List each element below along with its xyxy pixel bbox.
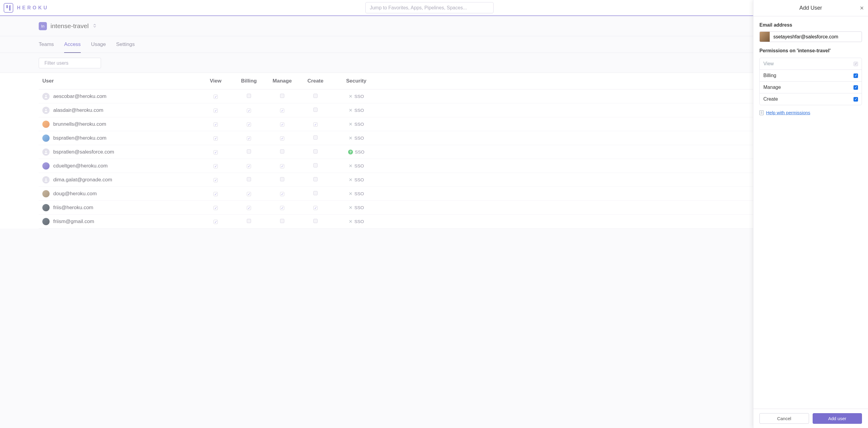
- perm-checkbox-manage[interactable]: ✓: [280, 192, 284, 196]
- perm-checkbox-manage[interactable]: [280, 94, 284, 98]
- perm-item[interactable]: Manage✓: [760, 81, 862, 93]
- perm-checkbox-billing[interactable]: [247, 219, 251, 223]
- user-email: friis@heroku.com: [53, 205, 93, 211]
- avatar: [42, 134, 50, 142]
- perm-checkbox: ✓: [854, 62, 858, 66]
- perm-checkbox-manage[interactable]: ✓: [280, 123, 284, 127]
- sso-label: SSO: [355, 149, 365, 155]
- perm-checkbox-view[interactable]: ✓: [214, 95, 218, 99]
- perm-item[interactable]: Billing✓: [760, 70, 862, 81]
- perm-checkbox-create[interactable]: [313, 163, 317, 167]
- perm-checkbox-create[interactable]: [313, 219, 317, 223]
- col-user: User: [39, 78, 199, 84]
- sso-status: ✕SSO: [332, 108, 380, 113]
- help-icon: ?: [348, 150, 353, 155]
- close-icon[interactable]: ×: [860, 5, 864, 11]
- perm-checkbox-billing[interactable]: [247, 94, 251, 98]
- perm-checkbox-view[interactable]: ✓: [214, 220, 218, 224]
- perm-checkbox-billing[interactable]: ✓: [247, 123, 251, 127]
- perm-checkbox-create[interactable]: ✓: [313, 123, 317, 127]
- perm-checkbox-billing[interactable]: ✓: [247, 192, 251, 196]
- perm-checkbox-billing[interactable]: ✓: [247, 164, 251, 168]
- perm-checkbox-create[interactable]: [313, 177, 317, 182]
- perm-checkbox-create[interactable]: [313, 135, 317, 140]
- perm-checkbox-view[interactable]: ✓: [214, 123, 218, 127]
- add-user-button[interactable]: Add user: [813, 413, 862, 424]
- perm-checkbox[interactable]: ✓: [854, 85, 858, 90]
- x-icon: ✕: [349, 135, 353, 141]
- table-row[interactable]: brunnells@heroku.com✓✓✓✓✕SSO: [39, 117, 829, 131]
- perm-checkbox-view[interactable]: ✓: [214, 206, 218, 210]
- email-label: Email address: [760, 22, 862, 28]
- perm-checkbox-view[interactable]: ✓: [214, 164, 218, 168]
- help-link[interactable]: Help with permissions: [766, 110, 810, 115]
- perm-checkbox-manage[interactable]: [280, 149, 284, 154]
- perm-checkbox-billing[interactable]: ✓: [247, 206, 251, 210]
- perm-checkbox-manage[interactable]: [280, 219, 284, 223]
- perm-checkbox-billing[interactable]: [247, 149, 251, 154]
- table-row[interactable]: friis@heroku.com✓✓✓✓✕SSO: [39, 201, 829, 215]
- perm-checkbox-view[interactable]: ✓: [214, 136, 218, 140]
- tab-usage[interactable]: Usage: [91, 37, 106, 52]
- perm-checkbox-view[interactable]: ✓: [214, 178, 218, 182]
- perm-checkbox-create[interactable]: [313, 191, 317, 195]
- table-row[interactable]: bspratlen@heroku.com✓✓✓✕SSO: [39, 131, 829, 145]
- svg-point-5: [45, 178, 47, 180]
- perm-checkbox-create[interactable]: [313, 94, 317, 98]
- sso-label: SSO: [354, 135, 364, 140]
- avatar: [42, 93, 50, 100]
- perm-checkbox-create[interactable]: [313, 108, 317, 112]
- perm-name: View: [763, 61, 774, 66]
- filter-row: [0, 53, 868, 73]
- perm-checkbox-manage[interactable]: ✓: [280, 136, 284, 140]
- svg-point-2: [45, 95, 47, 96]
- col-manage: Manage: [266, 78, 299, 84]
- x-icon: ✕: [349, 94, 353, 99]
- perm-item[interactable]: Create✓: [760, 93, 862, 105]
- perm-checkbox-billing[interactable]: ✓: [247, 136, 251, 140]
- perm-checkbox-view[interactable]: ✓: [214, 108, 218, 113]
- add-user-panel: Add User × Email address Permissions on …: [753, 0, 868, 428]
- perm-checkbox-billing[interactable]: [247, 177, 251, 182]
- perm-checkbox-manage[interactable]: ✓: [280, 164, 284, 168]
- perm-checkbox[interactable]: ✓: [854, 97, 858, 102]
- perm-checkbox-create[interactable]: ✓: [313, 206, 317, 210]
- tab-teams[interactable]: Teams: [39, 37, 54, 52]
- perm-item: View✓: [760, 58, 862, 70]
- x-icon: ✕: [349, 219, 353, 224]
- sso-label: SSO: [354, 219, 364, 224]
- perm-checkbox-manage[interactable]: ✓: [280, 206, 284, 210]
- sso-status: ✕SSO: [332, 177, 380, 183]
- table-row[interactable]: friism@gmail.com✓✕SSO: [39, 215, 829, 229]
- sso-label: SSO: [354, 205, 364, 210]
- tab-settings[interactable]: Settings: [116, 37, 134, 52]
- table-row[interactable]: alasdair@heroku.com✓✓✓✕SSO: [39, 103, 829, 117]
- user-email: dima.galat@gronade.com: [53, 177, 112, 183]
- table-row[interactable]: doug@heroku.com✓✓✓✕SSO: [39, 187, 829, 201]
- perm-checkbox-billing[interactable]: ✓: [247, 108, 251, 113]
- avatar: [42, 121, 50, 128]
- perm-checkbox-create[interactable]: [313, 149, 317, 154]
- global-search-input[interactable]: [365, 2, 494, 13]
- perm-checkbox-manage[interactable]: ✓: [280, 108, 284, 113]
- tab-access[interactable]: Access: [64, 37, 81, 53]
- table-row[interactable]: bspratlen@salesforce.com✓?SSO: [39, 145, 829, 159]
- svg-point-3: [45, 109, 47, 110]
- perm-checkbox[interactable]: ✓: [854, 73, 858, 78]
- table-row[interactable]: cdueltgen@heroku.com✓✓✓✕SSO: [39, 159, 829, 173]
- logo[interactable]: HEROKU: [4, 3, 49, 13]
- heroku-logo-icon: [4, 3, 13, 13]
- filter-users-input[interactable]: [44, 61, 105, 66]
- email-input[interactable]: [770, 34, 862, 40]
- team-switcher-icon[interactable]: [93, 23, 96, 29]
- filter-users-box[interactable]: [39, 58, 101, 68]
- cancel-button[interactable]: Cancel: [760, 413, 809, 424]
- table-row[interactable]: dima.galat@gronade.com✓✕SSO: [39, 173, 829, 187]
- perm-checkbox-manage[interactable]: [280, 177, 284, 182]
- table-row[interactable]: aescobar@heroku.com✓✕SSO: [39, 90, 829, 103]
- sso-status: ✕SSO: [332, 191, 380, 196]
- perm-checkbox-view[interactable]: ✓: [214, 192, 218, 196]
- avatar: [42, 176, 50, 184]
- perm-checkbox-view[interactable]: ✓: [214, 150, 218, 155]
- sso-status: ✕SSO: [332, 94, 380, 99]
